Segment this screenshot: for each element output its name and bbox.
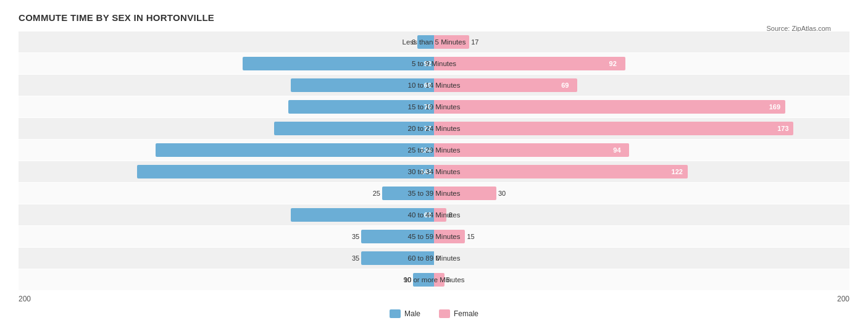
male-value: 35 — [352, 231, 359, 242]
chart-row: 15 to 19 Minutes70169 — [19, 96, 849, 117]
female-value: 0 — [436, 253, 440, 264]
bar-male — [243, 57, 434, 70]
legend-female: Female — [439, 309, 478, 318]
bar-female — [434, 143, 629, 157]
axis-label-left: 200 — [19, 295, 31, 303]
legend: Male Female — [19, 309, 849, 318]
bar-female — [434, 122, 793, 135]
male-value: 77 — [424, 123, 432, 134]
legend-male-label: Male — [404, 309, 420, 318]
male-value: 69 — [424, 209, 432, 220]
chart-row: 90 or more Minutes105 — [19, 269, 849, 290]
chart-row: 30 to 34 Minutes143122 — [19, 161, 849, 182]
male-value: 10 — [404, 274, 411, 285]
chart-row: 10 to 14 Minutes6969 — [19, 75, 849, 96]
female-value: 122 — [672, 166, 683, 177]
bar-male — [156, 143, 434, 157]
female-value: 17 — [471, 36, 478, 48]
bar-male — [382, 187, 434, 200]
female-value: 169 — [769, 101, 780, 112]
chart-row: 40 to 44 Minutes696 — [19, 204, 849, 225]
bar-female — [434, 208, 446, 222]
female-value: 69 — [561, 80, 569, 91]
bar-female — [434, 187, 496, 200]
female-value: 30 — [498, 188, 506, 199]
female-value: 94 — [613, 145, 620, 156]
bar-female — [434, 230, 465, 243]
chart-area: Less than 5 Minutes8175 to 9 Minutes9292… — [19, 31, 849, 306]
chart-row: 25 to 29 Minutes13494 — [19, 140, 849, 161]
bar-female — [434, 165, 688, 178]
bar-male — [291, 78, 434, 92]
male-value: 69 — [424, 80, 432, 91]
male-value: 25 — [373, 188, 380, 199]
female-value: 5 — [446, 274, 450, 285]
chart-rows: Less than 5 Minutes8175 to 9 Minutes9292… — [19, 31, 849, 290]
male-value: 70 — [424, 101, 432, 112]
female-value: 15 — [467, 231, 474, 242]
male-value: 134 — [420, 145, 432, 156]
legend-male-box — [390, 309, 401, 318]
bar-female — [434, 35, 469, 49]
axis-label-right: 200 — [837, 295, 849, 303]
bar-male — [137, 165, 434, 178]
bar-female — [434, 273, 444, 287]
bar-female — [434, 57, 625, 70]
bar-male — [274, 122, 434, 135]
bar-male — [291, 208, 434, 222]
chart-row: 20 to 24 Minutes77173 — [19, 118, 849, 139]
chart-title: COMMUTE TIME BY SEX IN HORTONVILLE — [19, 12, 849, 23]
legend-female-box — [439, 309, 450, 318]
male-value: 143 — [420, 166, 432, 177]
chart-row: 60 to 89 Minutes350 — [19, 248, 849, 269]
male-value: 8 — [412, 36, 415, 48]
bar-male — [361, 230, 434, 243]
bar-female — [434, 78, 577, 92]
chart-row: 35 to 39 Minutes2530 — [19, 183, 849, 204]
male-value: 35 — [352, 253, 359, 264]
legend-female-label: Female — [454, 309, 478, 318]
chart-row: Less than 5 Minutes817 — [19, 31, 849, 52]
male-value: 92 — [424, 58, 432, 69]
female-value: 6 — [448, 209, 452, 220]
female-value: 92 — [609, 58, 617, 69]
axis-labels: 200 200 — [19, 291, 849, 306]
bar-male — [413, 273, 434, 287]
female-value: 173 — [777, 123, 788, 134]
chart-row: 5 to 9 Minutes9292 — [19, 53, 849, 74]
bar-male — [288, 100, 434, 114]
bar-female — [434, 100, 785, 114]
bar-male — [417, 35, 434, 49]
legend-male: Male — [390, 309, 420, 318]
chart-row: 45 to 59 Minutes3515 — [19, 226, 849, 247]
bar-male — [361, 251, 434, 265]
